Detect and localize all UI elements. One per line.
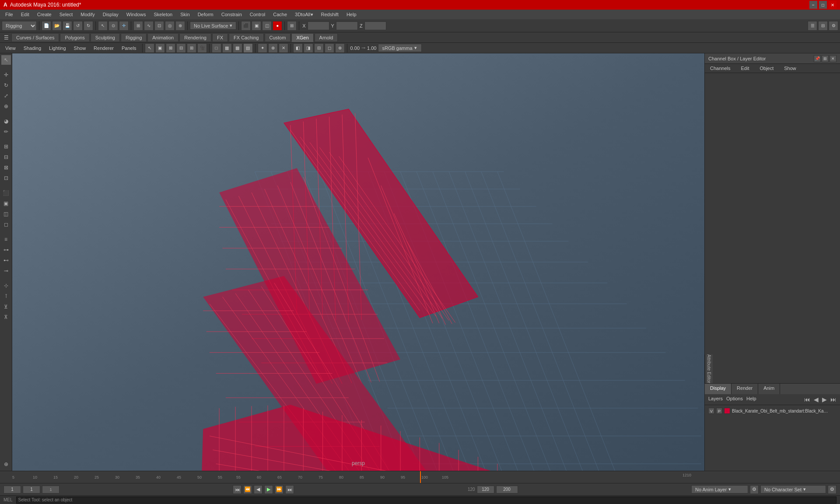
disp-1[interactable]: ≡	[1, 234, 11, 244]
cb-tab-channels[interactable]: Channels	[707, 65, 734, 72]
render-btn[interactable]: ⬛	[241, 21, 251, 31]
mel-input-area[interactable]: Select Tool: select an object	[16, 497, 836, 504]
menu-control[interactable]: Control	[246, 11, 269, 18]
menu-constrain[interactable]: Constrain	[218, 11, 245, 18]
character-set-selector[interactable]: No Character Set ▾	[760, 485, 826, 494]
extra-2[interactable]: ⊺	[1, 291, 11, 301]
cb-tab-show[interactable]: Show	[780, 65, 800, 72]
play-forward-button[interactable]: ▶	[264, 485, 273, 494]
show-menu[interactable]: Show	[70, 45, 90, 52]
snap-grid-button[interactable]: ⊞	[133, 21, 143, 31]
extra-3[interactable]: ⊻	[1, 302, 11, 312]
layer-nav-first[interactable]: ⏮	[804, 396, 810, 403]
layer-nav-prev[interactable]: ◀	[814, 396, 819, 403]
tab-arnold[interactable]: Arnold	[315, 33, 338, 42]
lasso-select-button[interactable]: ⊙	[108, 21, 118, 31]
panels-menu[interactable]: Panels	[118, 45, 140, 52]
menu-help[interactable]: Help	[343, 11, 360, 18]
lighting-menu[interactable]: Lighting	[46, 45, 70, 52]
snap-curve-button[interactable]: ∿	[144, 21, 154, 31]
menu-cache[interactable]: Cache	[270, 11, 290, 18]
vp-light-1[interactable]: ✦	[258, 43, 267, 53]
vp-iso-4[interactable]: ◻	[325, 43, 334, 53]
cb-tab-edit[interactable]: Edit	[737, 65, 752, 72]
rotate-tool-left[interactable]: ↻	[1, 80, 11, 90]
workspace-selector[interactable]: Rigging	[2, 21, 37, 31]
no-live-surface-dropdown[interactable]: No Live Surface ▾	[190, 21, 236, 30]
layer-v-toggle[interactable]: V	[708, 408, 714, 414]
z-input[interactable]	[364, 21, 386, 30]
tab-xgen[interactable]: XGen	[291, 33, 313, 42]
vp-btn-2[interactable]: ▣	[155, 43, 165, 53]
anim-tab[interactable]: Anim	[758, 384, 780, 394]
vp-shade-1[interactable]: □	[212, 43, 221, 53]
xform-4[interactable]: ⊡	[1, 173, 11, 183]
snap-surface-button[interactable]: ◎	[165, 21, 175, 31]
tab-animation[interactable]: Animation	[147, 33, 178, 42]
start-frame-input[interactable]	[4, 486, 21, 494]
vp-shade-3[interactable]: ▩	[233, 43, 242, 53]
xform-1[interactable]: ⊞	[1, 142, 11, 151]
snap-4[interactable]: ◻	[1, 220, 11, 229]
vp-show-2[interactable]: ✕	[279, 43, 288, 53]
menu-windows[interactable]: Windows	[123, 11, 150, 18]
vp-iso-3[interactable]: ⊟	[314, 43, 324, 53]
timeline-ruler[interactable]: 5 10 15 20 25 30 35 40 45 50 55 55 60 65…	[0, 471, 840, 483]
layer-color-swatch[interactable]	[724, 408, 730, 414]
new-scene-button[interactable]: 📄	[42, 21, 51, 31]
tab-curves-surfaces[interactable]: Curves / Surfaces	[11, 33, 59, 42]
current-frame-input[interactable]	[23, 486, 40, 494]
snap-3[interactable]: ◫	[1, 209, 11, 219]
cb-pin-button[interactable]: 📌	[814, 55, 821, 62]
shading-menu[interactable]: Shading	[20, 45, 45, 52]
menu-edit[interactable]: Edit	[18, 11, 33, 18]
scale-tool-left[interactable]: ⤢	[1, 91, 11, 101]
soft-select-left[interactable]: ◕	[1, 116, 11, 126]
bottom-extra[interactable]: ⊕	[1, 459, 11, 469]
vp-shade-2[interactable]: ▦	[222, 43, 232, 53]
menu-select[interactable]: Select	[56, 11, 77, 18]
move-tool-button[interactable]: ✛	[119, 21, 129, 31]
undo-button[interactable]: ↺	[73, 21, 83, 31]
anim-layer-selector[interactable]: No Anim Layer ▾	[691, 485, 748, 494]
display-tab[interactable]: Display	[705, 384, 732, 394]
disp-3[interactable]: ⊷	[1, 256, 11, 265]
tab-fx[interactable]: FX	[212, 33, 228, 42]
vp-iso-1[interactable]: ◧	[293, 43, 303, 53]
tab-custom[interactable]: Custom	[265, 33, 291, 42]
vp-btn-1[interactable]: ↖	[145, 43, 154, 53]
anim-layer-settings[interactable]: ⚙	[750, 485, 759, 494]
universal-manip-left[interactable]: ⊕	[1, 102, 11, 111]
layer-nav-next[interactable]: ▶	[822, 396, 827, 403]
tab-icon-1[interactable]: ☰	[2, 34, 10, 42]
range-end-input[interactable]	[477, 486, 494, 494]
snap-view-button[interactable]: ⊕	[175, 21, 185, 31]
renderer-menu[interactable]: Renderer	[90, 45, 117, 52]
menu-display[interactable]: Display	[99, 11, 122, 18]
vp-iso-2[interactable]: ◨	[304, 43, 313, 53]
menu-modify[interactable]: Modify	[77, 11, 98, 18]
render4-btn[interactable]: ●	[273, 21, 282, 31]
vp-btn-4[interactable]: ⊟	[176, 43, 186, 53]
view-menu[interactable]: View	[2, 45, 19, 52]
cb-close-button[interactable]: ✕	[830, 55, 836, 62]
menu-file[interactable]: File	[2, 11, 17, 18]
close-button[interactable]: ✕	[829, 1, 836, 9]
extra-1[interactable]: ⊹	[1, 281, 11, 290]
disp-2[interactable]: ⊶	[1, 245, 11, 255]
snap-1[interactable]: ⬛	[1, 188, 11, 198]
tab-rigging[interactable]: Rigging	[121, 33, 147, 42]
vp-show-1[interactable]: ⊕	[268, 43, 278, 53]
snap-point-button[interactable]: ⊡	[154, 21, 164, 31]
xform-2[interactable]: ⊟	[1, 152, 11, 162]
extra-4[interactable]: ⊼	[1, 312, 11, 322]
attribute-editor-tab[interactable]: Attribute Editor	[705, 354, 713, 383]
tab-sculpting[interactable]: Sculpting	[91, 33, 120, 42]
maximize-button[interactable]: □	[819, 1, 827, 9]
move-tool-left[interactable]: ✛	[1, 70, 11, 80]
camera-btn[interactable]: ⊞	[287, 21, 297, 31]
vp-btn-5[interactable]: ⊞	[187, 43, 196, 53]
menu-redshift[interactable]: Redshift	[318, 11, 342, 18]
step-forward-button[interactable]: ⏩	[275, 485, 284, 494]
snap-2[interactable]: ▣	[1, 199, 11, 208]
